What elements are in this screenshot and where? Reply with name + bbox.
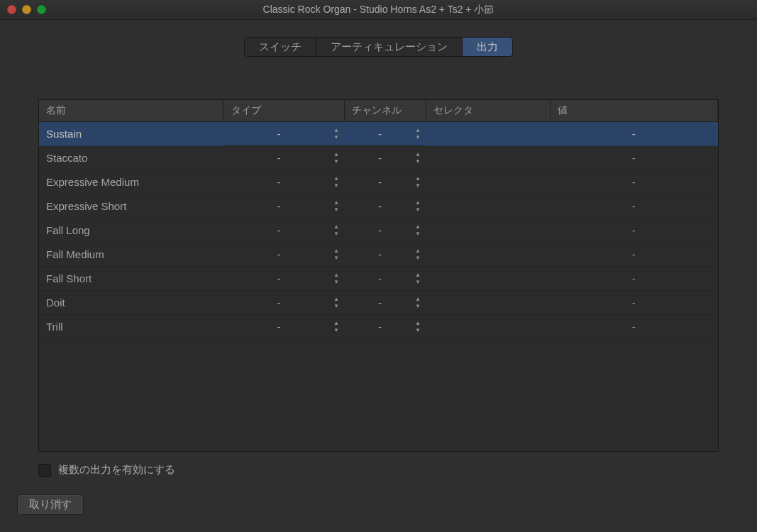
enable-multi-output-checkbox[interactable] [38,464,51,477]
chevron-up-icon[interactable]: ▲ [333,321,340,326]
cell-value[interactable]: - [550,194,718,218]
chevron-up-icon[interactable]: ▲ [333,128,340,133]
chevron-up-icon[interactable]: ▲ [333,224,340,230]
table-row[interactable]: Doit-▲▼-▲▼- [39,291,718,315]
type-stepper-arrows[interactable]: ▲▼ [333,152,340,165]
type-stepper-value[interactable]: - [231,321,337,333]
chevron-down-icon[interactable]: ▼ [414,304,421,309]
cell-name[interactable]: Staccato [39,146,223,170]
cell-type[interactable]: -▲▼ [223,267,344,291]
chevron-down-icon[interactable]: ▼ [414,255,421,261]
type-stepper-arrows[interactable]: ▲▼ [333,248,340,261]
chevron-down-icon[interactable]: ▼ [414,183,421,189]
cell-name[interactable]: Sustain [39,122,223,146]
chevron-down-icon[interactable]: ▼ [333,328,340,333]
table-row[interactable]: Expressive Medium-▲▼-▲▼- [39,170,718,194]
minimize-window-button[interactable] [22,5,31,14]
chevron-down-icon[interactable]: ▼ [414,207,421,213]
cell-value[interactable]: - [550,170,718,194]
chevron-down-icon[interactable]: ▼ [333,135,340,140]
chevron-down-icon[interactable]: ▼ [414,231,421,237]
cell-channel[interactable]: -▲▼ [344,218,426,243]
channel-stepper-arrows[interactable]: ▲▼ [414,128,421,140]
type-stepper-value[interactable]: - [231,224,337,236]
type-stepper-arrows[interactable]: ▲▼ [333,297,340,309]
chevron-down-icon[interactable]: ▼ [333,207,340,213]
cell-selector[interactable] [426,267,550,291]
cell-type[interactable]: -▲▼ [223,218,344,243]
chevron-down-icon[interactable]: ▼ [414,279,421,285]
close-window-button[interactable] [7,5,16,14]
chevron-up-icon[interactable]: ▲ [333,272,340,278]
chevron-up-icon[interactable]: ▲ [414,152,421,157]
channel-stepper-arrows[interactable]: ▲▼ [414,224,421,237]
cell-channel[interactable]: -▲▼ [344,146,426,170]
type-stepper-arrows[interactable]: ▲▼ [333,128,340,140]
channel-stepper-arrows[interactable]: ▲▼ [414,248,421,261]
cell-type[interactable]: -▲▼ [223,170,344,194]
tab-output[interactable]: 出力 [463,38,512,56]
cell-value[interactable]: - [550,291,718,315]
cell-selector[interactable] [426,122,550,146]
type-stepper-value[interactable]: - [231,200,337,212]
cell-value[interactable]: - [550,243,718,267]
zoom-window-button[interactable] [37,5,46,14]
type-stepper-value[interactable]: - [231,248,337,260]
type-stepper-value[interactable]: - [231,152,337,164]
chevron-up-icon[interactable]: ▲ [414,248,421,254]
cell-type[interactable]: -▲▼ [223,146,344,170]
cell-name[interactable]: Fall Short [39,267,223,291]
cell-selector[interactable] [426,194,550,218]
cell-channel[interactable]: -▲▼ [344,267,426,291]
cell-channel[interactable]: -▲▼ [344,315,426,339]
chevron-up-icon[interactable]: ▲ [414,200,421,206]
table-row[interactable]: Fall Long-▲▼-▲▼- [39,218,718,243]
cell-channel[interactable]: -▲▼ [344,194,426,218]
channel-stepper-value[interactable]: - [351,272,419,284]
channel-stepper-arrows[interactable]: ▲▼ [414,321,421,333]
chevron-up-icon[interactable]: ▲ [414,272,421,278]
channel-stepper-value[interactable]: - [351,176,419,188]
table-row[interactable]: Staccato-▲▼-▲▼- [39,146,718,170]
column-header-selector[interactable]: セレクタ [426,100,550,122]
column-header-channel[interactable]: チャンネル [344,100,426,122]
cell-channel[interactable]: -▲▼ [344,243,426,267]
cell-selector[interactable] [426,315,550,339]
cell-channel[interactable]: -▲▼ [344,122,426,146]
cell-type[interactable]: -▲▼ [223,194,344,218]
table-row[interactable]: Expressive Short-▲▼-▲▼- [39,194,718,218]
chevron-down-icon[interactable]: ▼ [333,183,340,189]
chevron-up-icon[interactable]: ▲ [333,248,340,254]
type-stepper-arrows[interactable]: ▲▼ [333,200,340,213]
column-header-value[interactable]: 値 [550,100,718,122]
tab-articulation[interactable]: アーティキュレーション [316,38,463,56]
table-row[interactable]: Fall Medium-▲▼-▲▼- [39,243,718,267]
chevron-up-icon[interactable]: ▲ [414,128,421,133]
cell-type[interactable]: -▲▼ [223,243,344,267]
chevron-down-icon[interactable]: ▼ [414,135,421,140]
channel-stepper-value[interactable]: - [351,128,419,140]
column-header-name[interactable]: 名前 [39,100,223,122]
cell-value[interactable]: - [550,146,718,170]
column-header-type[interactable]: タイプ [223,100,344,122]
chevron-down-icon[interactable]: ▼ [333,279,340,285]
cell-name[interactable]: Fall Long [39,218,223,243]
chevron-up-icon[interactable]: ▲ [414,321,421,326]
chevron-down-icon[interactable]: ▼ [333,255,340,261]
cell-value[interactable]: - [550,267,718,291]
chevron-down-icon[interactable]: ▼ [333,231,340,237]
type-stepper-arrows[interactable]: ▲▼ [333,321,340,333]
cell-selector[interactable] [426,291,550,315]
cell-selector[interactable] [426,146,550,170]
cell-name[interactable]: Doit [39,291,223,315]
cell-selector[interactable] [426,218,550,243]
type-stepper-value[interactable]: - [231,297,337,309]
chevron-up-icon[interactable]: ▲ [333,152,340,157]
cell-name[interactable]: Trill [39,315,223,339]
cell-value[interactable]: - [550,315,718,339]
cell-selector[interactable] [426,243,550,267]
channel-stepper-arrows[interactable]: ▲▼ [414,297,421,309]
cell-type[interactable]: -▲▼ [223,291,344,315]
table-row[interactable]: Sustain-▲▼-▲▼- [39,122,718,146]
cancel-button[interactable]: 取り消す [17,494,84,515]
